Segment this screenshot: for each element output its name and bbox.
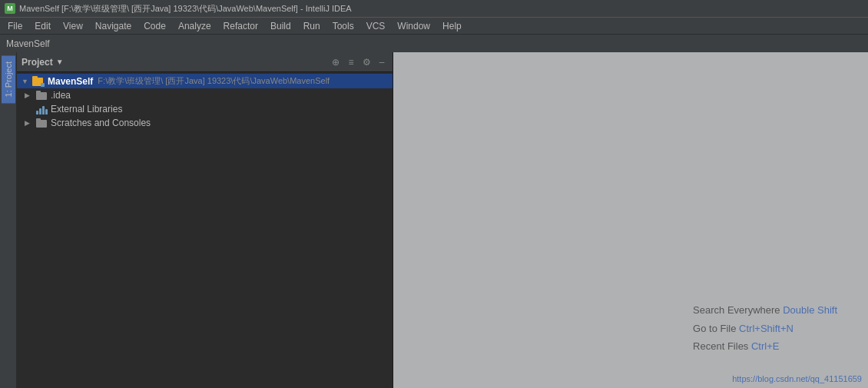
svg-rect-1 (32, 76, 38, 80)
idea-folder-icon (35, 90, 48, 101)
tree-label-external-libraries: External Libraries (51, 104, 122, 114)
shortcut-goto-keys: Ctrl+Shift+N (739, 323, 793, 334)
menu-item-view[interactable]: View (57, 19, 89, 33)
shortcut-search-label: Search Everywhere (693, 304, 783, 316)
tree-item-idea[interactable]: ▶ .idea (17, 88, 393, 102)
tree-path-mavenself: F:\教学\班级管理\ [西开Java] 19323\代码\JavaWeb\Ma… (98, 75, 330, 87)
menu-item-vcs[interactable]: VCS (360, 19, 392, 33)
tree-label-scratches: Scratches and Consoles (51, 118, 151, 128)
svg-rect-2 (41, 83, 45, 87)
panel-dropdown-arrow[interactable]: ▼ (56, 58, 64, 66)
menu-item-run[interactable]: Run (297, 19, 326, 33)
tree-label-mavenself: MavenSelf (48, 76, 93, 87)
locate-file-button[interactable]: ⊕ (330, 56, 342, 68)
shortcut-recent-label: Recent Files (693, 340, 751, 352)
shortcut-search: Search Everywhere Double Shift (693, 301, 837, 320)
tree-item-scratches[interactable]: ▶ Scratches and Consoles (17, 116, 393, 130)
breadcrumb-bar: MavenSelf (0, 34, 868, 52)
window-title: MavenSelf [F:\教学\班级管理\ [西开Java] 19323\代码… (19, 3, 352, 15)
menu-item-code[interactable]: Code (137, 19, 172, 33)
expand-arrow-scratches: ▶ (25, 119, 34, 127)
module-icon (32, 76, 45, 87)
shortcut-hints: Search Everywhere Double Shift Go to Fil… (693, 301, 837, 356)
libraries-icon (35, 104, 48, 114)
menu-item-navigate[interactable]: Navigate (89, 19, 137, 33)
title-bar: M MavenSelf [F:\教学\班级管理\ [西开Java] 19323\… (0, 0, 868, 17)
shortcut-recent-keys: Ctrl+E (751, 340, 779, 352)
menu-item-edit[interactable]: Edit (28, 19, 57, 33)
scratches-icon (35, 118, 48, 128)
expand-arrow: ▼ (22, 78, 31, 85)
tree-item-external-libraries[interactable]: External Libraries (17, 102, 393, 116)
menu-item-window[interactable]: Window (391, 19, 436, 33)
shortcut-search-keys: Double Shift (783, 304, 837, 316)
main-container: 1: Project Project ▼ ⊕ ≡ ⚙ – ▼ (0, 52, 868, 388)
tree-item-mavenself[interactable]: ▼ MavenSelf F:\教学\班级管理\ [西开Java] 19323\代… (17, 74, 393, 88)
panel-header: Project ▼ ⊕ ≡ ⚙ – (17, 52, 393, 72)
panel-toolbar: ⊕ ≡ ⚙ – (330, 56, 388, 68)
shortcut-recent: Recent Files Ctrl+E (693, 337, 837, 356)
watermark-link[interactable]: https://blog.csdn.net/qq_41151659 (732, 374, 862, 383)
collapse-all-button[interactable]: ≡ (345, 56, 357, 68)
expand-arrow-idea: ▶ (25, 91, 34, 99)
menu-item-help[interactable]: Help (436, 19, 468, 33)
menu-item-build[interactable]: Build (264, 19, 297, 33)
side-panel-tabs: 1: Project (0, 52, 17, 388)
project-panel: Project ▼ ⊕ ≡ ⚙ – ▼ MavenSe (17, 52, 393, 388)
svg-rect-4 (36, 91, 41, 94)
panel-title: Project (22, 57, 53, 68)
project-tree: ▼ MavenSelf F:\教学\班级管理\ [西开Java] 19323\代… (17, 72, 393, 388)
settings-button[interactable]: ⚙ (360, 56, 373, 68)
tree-label-idea: .idea (51, 90, 71, 101)
menu-item-file[interactable]: File (2, 19, 28, 33)
shortcut-goto-label: Go to File (693, 323, 739, 334)
svg-rect-6 (36, 118, 41, 121)
menu-item-tools[interactable]: Tools (326, 19, 360, 33)
shortcut-goto: Go to File Ctrl+Shift+N (693, 320, 837, 338)
editor-area: Search Everywhere Double Shift Go to Fil… (393, 52, 868, 388)
breadcrumb-item-0[interactable]: MavenSelf (6, 38, 50, 49)
hide-button[interactable]: – (376, 56, 388, 68)
project-tab[interactable]: 1: Project (2, 55, 15, 103)
menu-item-refactor[interactable]: Refactor (217, 19, 264, 33)
app-icon: M (5, 3, 15, 14)
menu-bar: FileEditViewNavigateCodeAnalyzeRefactorB… (0, 17, 868, 34)
menu-item-analyze[interactable]: Analyze (172, 19, 217, 33)
